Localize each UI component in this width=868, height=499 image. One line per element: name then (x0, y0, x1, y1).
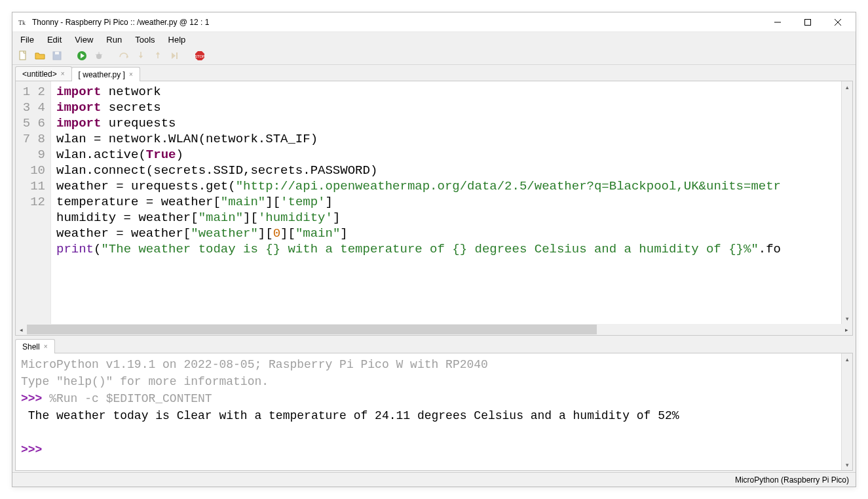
code-token: 0 (273, 226, 280, 241)
line-gutter: 1 2 3 4 5 6 7 8 9 10 11 12 (16, 81, 51, 324)
code-token: 'temp' (280, 195, 325, 209)
resume-icon[interactable] (168, 49, 181, 62)
scroll-up-icon[interactable]: ▴ (842, 353, 852, 365)
code-token: "The weather today is {} with a temperat… (101, 242, 758, 256)
shell-pane-tabs: Shell × (12, 338, 856, 353)
close-icon[interactable]: × (43, 343, 49, 350)
close-button[interactable] (823, 12, 853, 32)
shell-output: The weather today is Clear with a temper… (21, 409, 679, 422)
close-icon[interactable]: × (60, 70, 66, 77)
scroll-left-icon[interactable]: ◂ (16, 324, 27, 335)
scroll-down-icon[interactable]: ▾ (842, 459, 852, 470)
code-token: import (56, 100, 101, 115)
code-token: temperature = weather[ (56, 195, 221, 209)
shell-prompt: >>> (21, 392, 49, 405)
code-token: print (56, 242, 94, 256)
tab-untitled[interactable]: <untitled> × (15, 66, 72, 81)
code-token: ] (333, 210, 340, 225)
scroll-track[interactable] (27, 324, 841, 335)
svg-line-13 (101, 54, 102, 55)
svg-rect-7 (55, 52, 59, 54)
scroll-up-icon[interactable]: ▴ (842, 81, 852, 92)
code-token: humidity = weather[ (56, 210, 198, 225)
code-token: "weather" (191, 226, 258, 241)
code-body[interactable]: import network import secrets import ure… (51, 81, 841, 324)
svg-point-10 (96, 54, 102, 59)
code-token: ( (94, 242, 101, 256)
code-token: wlan = network.WLAN(network.STA_IF) (56, 132, 318, 146)
code-token: "main" (295, 226, 340, 241)
shell-vertical-scrollbar[interactable]: ▴ ▾ (841, 353, 852, 470)
code-token: ] (326, 195, 333, 209)
tab-shell[interactable]: Shell × (15, 339, 55, 353)
editor-vertical-scrollbar[interactable]: ▴ ▾ (841, 81, 852, 324)
code-token: wlan.connect(secrets.SSID,secrets.PASSWO… (56, 163, 377, 178)
code-token: ) (176, 148, 183, 162)
shell-prompt: >>> (21, 443, 49, 456)
code-token: ][ (243, 210, 258, 225)
titlebar: Tk Thonny - Raspberry Pi Pico :: /weathe… (12, 12, 856, 32)
menu-help[interactable]: Help (163, 33, 191, 46)
save-file-icon[interactable] (50, 49, 64, 62)
shell-body[interactable]: MicroPython v1.19.1 on 2022-08-05; Raspb… (16, 353, 841, 470)
new-file-icon[interactable] (16, 49, 29, 62)
menu-tools[interactable]: Tools (130, 33, 160, 46)
maximize-button[interactable] (793, 12, 823, 32)
menu-file[interactable]: File (15, 33, 39, 46)
editor-tabs: <untitled> × [ weather.py ] × (12, 65, 856, 81)
svg-line-12 (96, 54, 97, 55)
code-token: 'humidity' (258, 210, 333, 225)
window-title: Thonny - Raspberry Pi Pico :: /weather.p… (32, 18, 209, 27)
debug-icon[interactable] (92, 49, 105, 62)
code-token: wlan.active( (56, 148, 146, 162)
menu-edit[interactable]: Edit (42, 33, 67, 46)
minimize-button[interactable] (763, 12, 793, 32)
code-token: ][ (258, 226, 273, 241)
svg-text:Tk: Tk (18, 19, 26, 26)
code-token: ][ (280, 226, 295, 241)
tab-weather[interactable]: [ weather.py ] × (71, 67, 140, 81)
shell-pane: MicroPython v1.19.1 on 2022-08-05; Raspb… (15, 353, 853, 471)
tab-label: [ weather.py ] (79, 70, 125, 79)
run-icon[interactable] (75, 49, 88, 62)
shell-line: MicroPython v1.19.1 on 2022-08-05; Raspb… (21, 358, 488, 371)
step-out-icon[interactable] (151, 49, 164, 62)
editor-horizontal-scrollbar[interactable]: ◂ ▸ (16, 324, 852, 335)
svg-rect-5 (20, 51, 26, 60)
code-token: weather = urequests.get( (56, 179, 236, 193)
scroll-thumb[interactable] (27, 325, 597, 334)
code-token: ][ (265, 195, 280, 209)
step-into-icon[interactable] (134, 49, 147, 62)
tab-label: Shell (22, 342, 40, 351)
step-over-icon[interactable] (117, 49, 130, 62)
code-token: urequests (101, 116, 176, 130)
open-file-icon[interactable] (33, 49, 47, 62)
toolbar: STOP (12, 47, 856, 65)
stop-icon[interactable]: STOP (193, 49, 206, 62)
code-token: "main" (198, 210, 243, 225)
scroll-right-icon[interactable]: ▸ (841, 324, 852, 335)
app-window: Tk Thonny - Raspberry Pi Pico :: /weathe… (12, 12, 856, 487)
svg-marker-16 (139, 56, 143, 58)
code-token: "http://api.openweathermap.org/data/2.5/… (236, 179, 781, 193)
svg-marker-19 (172, 52, 176, 59)
menu-view[interactable]: View (69, 33, 98, 46)
code-token: weather = weather[ (56, 226, 191, 241)
code-token: .fo (759, 242, 781, 256)
code-token: import (56, 85, 101, 99)
code-token: ] (340, 226, 347, 241)
scroll-down-icon[interactable]: ▾ (842, 313, 852, 324)
code-token: network (101, 85, 160, 99)
close-icon[interactable]: × (128, 71, 134, 78)
code-token: True (146, 148, 176, 162)
code-token: secrets (101, 100, 160, 115)
svg-rect-2 (805, 19, 811, 25)
interpreter-label[interactable]: MicroPython (Raspberry Pi Pico) (735, 475, 849, 485)
editor: 1 2 3 4 5 6 7 8 9 10 11 12 import networ… (15, 81, 853, 336)
svg-rect-20 (176, 52, 178, 59)
shell-line: Type "help()" for more information. (21, 375, 269, 388)
menu-run[interactable]: Run (101, 33, 127, 46)
tab-label: <untitled> (22, 70, 57, 79)
app-icon: Tk (18, 17, 28, 28)
svg-marker-18 (156, 52, 160, 54)
